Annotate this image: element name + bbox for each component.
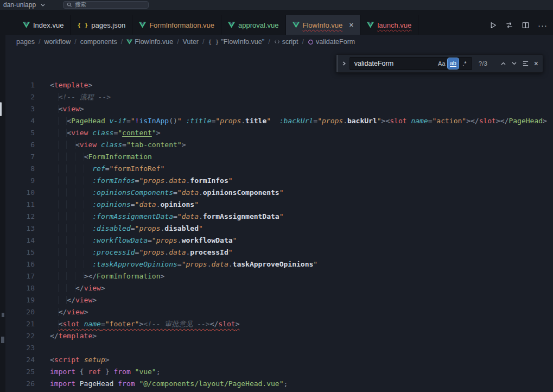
code-line[interactable]: 8 ref="formInfoRef" xyxy=(5,163,553,175)
line-number: 16 xyxy=(5,258,35,270)
code-line[interactable]: 20 </view> xyxy=(5,306,553,318)
code-line[interactable]: 17 ></FormInformation> xyxy=(5,270,553,282)
workspace-title: dan-uniapp xyxy=(3,1,36,9)
symbol-tag-icon xyxy=(274,39,280,45)
breadcrumb-separator: / xyxy=(177,38,179,46)
code-line[interactable]: 10 :opinionsComponents="data.opinionsCom… xyxy=(5,187,553,199)
breadcrumb-item-workflow[interactable]: workflow xyxy=(45,38,71,46)
regex-button[interactable]: .* xyxy=(459,58,470,69)
toggle-replace-button[interactable] xyxy=(340,61,348,66)
code-line[interactable]: 9 :formInfos="props.data.formInfos" xyxy=(5,175,553,187)
breadcrumb-item-flowinfo-file[interactable]: FlowInfo.vue xyxy=(126,38,173,46)
find-widget: validateForm Aa ab .* ?/3 × xyxy=(336,54,543,73)
close-find-icon[interactable]: × xyxy=(534,59,538,68)
breadcrumb-item-flowinfo-symbol[interactable]: { } "FlowInfo.vue" xyxy=(208,38,265,46)
close-tab-icon[interactable]: × xyxy=(349,21,353,29)
code-line[interactable]: 4 <PageHead v-if="!isInApp()" :title="pr… xyxy=(5,115,553,127)
code-line[interactable]: 23 xyxy=(5,342,553,354)
symbol-method-icon xyxy=(308,39,314,45)
title-bar: dan-uniapp 搜索 xyxy=(0,0,553,10)
breadcrumb-item-components[interactable]: components xyxy=(80,38,117,46)
line-number: 25 xyxy=(5,366,35,378)
tab-pages-json[interactable]: { } pages.json xyxy=(71,15,132,35)
editor[interactable]: validateForm Aa ab .* ?/3 × 1<template>2… xyxy=(5,49,553,392)
line-number: 4 xyxy=(5,115,35,127)
line-number: 12 xyxy=(5,211,35,223)
code-line[interactable]: 16 :taskApproveOpinions="props.data.task… xyxy=(5,258,553,270)
breadcrumb-item-script[interactable]: script xyxy=(274,38,298,46)
code-line[interactable]: 11 :opinions="data.opinions" xyxy=(5,199,553,211)
code-line[interactable]: 19 </view> xyxy=(5,294,553,306)
breadcrumb-item-pages[interactable]: pages xyxy=(16,38,35,46)
code-line[interactable]: 18 </view> xyxy=(5,282,553,294)
breadcrumb-item-vuter[interactable]: Vuter xyxy=(183,38,199,46)
code-line[interactable]: 14 :workflowData="props.workflowData" xyxy=(5,235,553,246)
code-line[interactable]: 3 <view> xyxy=(5,103,553,115)
line-number: 10 xyxy=(5,187,35,199)
tab-approval-vue[interactable]: approval.vue xyxy=(221,15,285,35)
tab-flowinfo-vue[interactable]: FlowInfo.vue × xyxy=(286,15,361,35)
line-number: 7 xyxy=(5,151,35,163)
line-number: 13 xyxy=(5,223,35,235)
find-nav: × xyxy=(500,59,538,68)
code-line[interactable]: 7 <FormInformation xyxy=(5,151,553,163)
line-number: 19 xyxy=(5,294,35,306)
search-label: 搜索 xyxy=(75,1,86,9)
code-line[interactable]: 1<template> xyxy=(5,79,553,91)
search-box[interactable]: 搜索 xyxy=(63,1,149,9)
tab-forminformation-vue[interactable]: FormInformation.vue xyxy=(132,15,221,35)
line-number: 14 xyxy=(5,235,35,246)
code-line[interactable]: 22</template> xyxy=(5,330,553,342)
code-line[interactable]: 24<script setup> xyxy=(5,354,553,366)
line-number: 9 xyxy=(5,175,35,187)
find-widget-sash[interactable] xyxy=(336,55,338,72)
previous-match-button[interactable] xyxy=(500,61,506,66)
line-number: 23 xyxy=(5,342,35,354)
line-number: 11 xyxy=(5,199,35,211)
tab-bar: Index.vue { } pages.json FormInformation… xyxy=(0,10,553,35)
whole-word-button[interactable]: ab xyxy=(448,58,459,69)
tab-label: FlowInfo.vue xyxy=(303,21,343,29)
line-number: 20 xyxy=(5,306,35,318)
tab-launch-vue[interactable]: launch.vue xyxy=(360,15,418,35)
line-number: 5 xyxy=(5,127,35,139)
breadcrumb-separator: / xyxy=(121,38,123,46)
tab-label: Index.vue xyxy=(33,21,63,29)
search-icon xyxy=(67,2,72,8)
line-number: 18 xyxy=(5,282,35,294)
code-line[interactable]: 12 :formAssignmentData="data.formAssignm… xyxy=(5,211,553,223)
code-line[interactable]: 5 <view class="content"> xyxy=(5,127,553,139)
play-icon[interactable] xyxy=(489,21,497,29)
split-editor-icon[interactable] xyxy=(522,21,530,29)
line-number: 26 xyxy=(5,378,35,390)
find-input[interactable]: validateForm Aa ab .* xyxy=(349,57,472,70)
sidebar-strip xyxy=(0,35,5,392)
breadcrumb-separator: / xyxy=(268,38,270,46)
chevron-down-icon[interactable] xyxy=(40,3,46,7)
find-in-selection-button[interactable] xyxy=(522,60,529,67)
vue-icon xyxy=(228,22,235,28)
code-area[interactable]: 1<template>2 <!-- 流程 -->3 <view>4 <PageH… xyxy=(5,49,553,390)
line-number: 21 xyxy=(5,318,35,330)
line-number: 6 xyxy=(5,139,35,151)
compare-changes-icon[interactable] xyxy=(505,21,513,29)
breadcrumb-separator: / xyxy=(39,38,40,46)
tab-label: pages.json xyxy=(91,21,125,29)
code-line[interactable]: 21 <slot name="footer"><!-- 审批意见 --></sl… xyxy=(5,318,553,330)
code-line[interactable]: 25import { ref } from "vue"; xyxy=(5,366,553,378)
code-line[interactable]: 2 <!-- 流程 --> xyxy=(5,91,553,103)
breadcrumb-item-validateform[interactable]: validateForm xyxy=(308,38,355,46)
vue-icon xyxy=(139,22,146,28)
more-actions-icon[interactable]: ··· xyxy=(538,21,548,30)
vscode-window: dan-uniapp 搜索 Index.vue { } pages.json F… xyxy=(0,0,553,392)
breadcrumb-separator: / xyxy=(202,38,204,46)
code-line[interactable]: 6 <view class="tab-content"> xyxy=(5,139,553,151)
code-line[interactable]: 13 :disabled="props.disabled" xyxy=(5,223,553,235)
tab-index-vue[interactable]: Index.vue xyxy=(16,15,71,35)
breadcrumb-separator: / xyxy=(74,38,76,46)
code-line[interactable]: 26import PageHead from "@/components/lay… xyxy=(5,378,553,390)
match-case-button[interactable]: Aa xyxy=(436,58,447,69)
tab-label: FormInformation.vue xyxy=(149,21,214,29)
next-match-button[interactable] xyxy=(511,61,517,66)
code-line[interactable]: 15 :processId="props.data.processId" xyxy=(5,246,553,258)
